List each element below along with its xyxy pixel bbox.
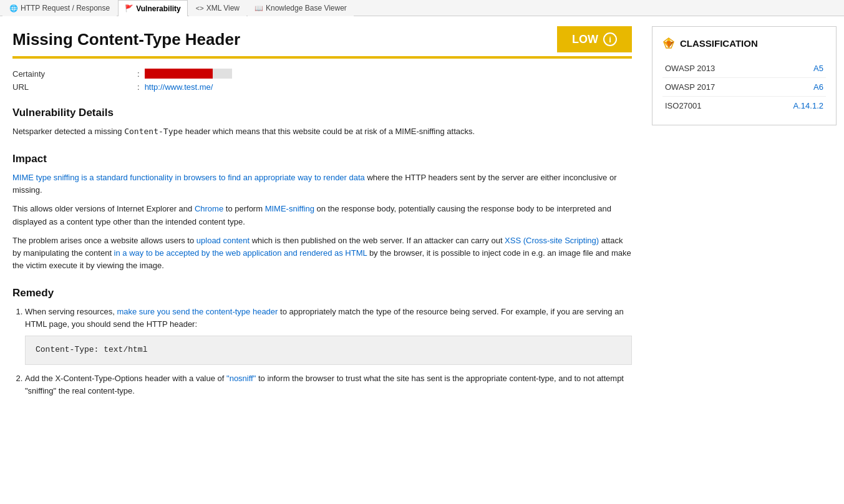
vulnerability-details-text: Netsparker detected a missing Content-Ty… xyxy=(12,125,632,138)
impact-heading: Impact xyxy=(12,153,632,165)
classification-row-owasp2013: OWASP 2013 A5 xyxy=(662,59,826,78)
certainty-label: Certainty xyxy=(12,69,137,79)
impact-blue-6: in a way to be accepted by the web appli… xyxy=(114,248,367,258)
main-container: Missing Content-Type Header LOW i Certai… xyxy=(0,16,844,415)
impact-blue-4: upload content xyxy=(196,236,250,245)
owasp2013-link[interactable]: A5 xyxy=(813,64,823,73)
content-area: Missing Content-Type Header LOW i Certai… xyxy=(0,16,644,415)
remedy-item-1: When serving resources, make sure you se… xyxy=(25,306,632,364)
vulnerability-icon: 🚩 xyxy=(125,4,133,12)
impact-blue-1: MIME type sniffing is a standard functio… xyxy=(12,173,365,182)
certainty-bar-container xyxy=(145,69,232,79)
impact-blue-5: XSS (Cross-site Scripting) xyxy=(505,236,599,245)
remedy-list: When serving resources, make sure you se… xyxy=(12,306,632,397)
classification-title: CLASSIFICATION xyxy=(662,37,826,49)
classification-table: OWASP 2013 A5 OWASP 2017 A6 ISO27001 A.1… xyxy=(662,59,826,115)
certainty-row: Certainty : xyxy=(12,69,632,79)
tab-vulnerability[interactable]: 🚩 Vulnerability xyxy=(118,0,188,16)
scroll-area[interactable]: Missing Content-Type Header LOW i Certai… xyxy=(0,16,844,415)
classification-row-owasp2017: OWASP 2017 A6 xyxy=(662,78,826,97)
info-icon: i xyxy=(603,32,617,46)
certainty-fill xyxy=(145,69,213,79)
impact-para-1: MIME type sniffing is a standard functio… xyxy=(12,172,632,196)
url-link[interactable]: http://www.test.me/ xyxy=(145,82,213,92)
classification-row-iso27001: ISO27001 A.14.1.2 xyxy=(662,97,826,115)
remedy-code-1: Content-Type: text/html xyxy=(25,336,632,364)
vulnerability-details-heading: Vulnerability Details xyxy=(12,107,632,119)
url-sep: : xyxy=(137,82,140,92)
impact-para-3: The problem arises once a website allows… xyxy=(12,235,632,272)
http-icon: 🌐 xyxy=(9,4,18,12)
url-row: URL : http://www.test.me/ xyxy=(12,82,632,92)
kb-icon: 📖 xyxy=(255,4,263,12)
remedy-item-2: Add the X-Content-Type-Options header wi… xyxy=(25,372,632,397)
owasp2017-link[interactable]: A6 xyxy=(813,82,823,92)
severity-label: LOW xyxy=(572,33,598,46)
iso27001-link[interactable]: A.14.1.2 xyxy=(793,101,823,110)
page-header: Missing Content-Type Header LOW i xyxy=(12,26,632,52)
remedy-item-2-text: Add the X-Content-Type-Options header wi… xyxy=(25,374,624,395)
remedy-heading: Remedy xyxy=(12,287,632,299)
remedy-item-1-text: When serving resources, make sure you se… xyxy=(25,307,624,329)
classification-box: CLASSIFICATION OWASP 2013 A5 OWASP 2017 … xyxy=(652,26,837,125)
severity-badge: LOW i xyxy=(557,26,632,52)
remedy-blue-2: "nosniff" xyxy=(226,374,256,383)
certainty-sep: : xyxy=(137,69,140,79)
page-title: Missing Content-Type Header xyxy=(12,30,240,49)
tab-bar: 🌐 HTTP Request / Response 🚩 Vulnerabilit… xyxy=(0,0,844,16)
url-label: URL xyxy=(12,82,137,92)
xml-icon: <> xyxy=(196,4,204,12)
impact-para-2: This allows older versions of Internet E… xyxy=(12,203,632,228)
gem-icon xyxy=(662,37,675,49)
tab-http[interactable]: 🌐 HTTP Request / Response xyxy=(2,0,117,16)
owasp2013-label: OWASP 2013 xyxy=(662,59,762,78)
certainty-bar xyxy=(145,69,232,79)
owasp2017-label: OWASP 2017 xyxy=(662,78,762,97)
remedy-blue-1: make sure you send the content-type head… xyxy=(117,307,278,316)
tab-kb[interactable]: 📖 Knowledge Base Viewer xyxy=(248,0,354,16)
iso27001-label: ISO27001 xyxy=(662,97,762,115)
impact-blue-3: MIME-sniffing xyxy=(265,204,314,213)
tab-xml[interactable]: <> XML View xyxy=(189,0,246,16)
yellow-divider xyxy=(12,56,632,59)
sidebar: CLASSIFICATION OWASP 2013 A5 OWASP 2017 … xyxy=(644,16,844,415)
impact-blue-2: Chrome xyxy=(195,204,223,213)
classification-heading: CLASSIFICATION xyxy=(680,38,758,49)
